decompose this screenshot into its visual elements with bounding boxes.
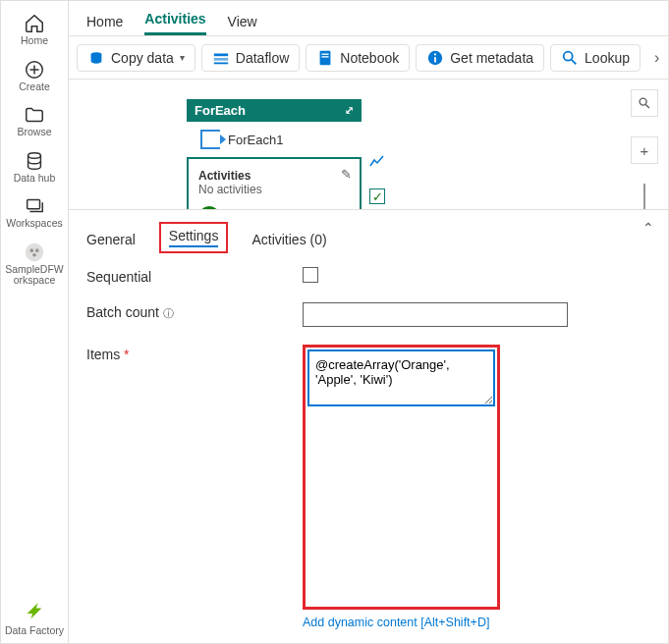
svg-rect-2 xyxy=(28,200,40,209)
svg-rect-12 xyxy=(322,53,329,54)
dataflow-icon xyxy=(212,49,230,67)
label-items: Items xyxy=(86,345,293,362)
left-rail: Home Create Browse Data hub Workspaces S… xyxy=(1,1,69,643)
notebook-icon xyxy=(316,49,334,67)
sequential-checkbox[interactable] xyxy=(303,267,318,283)
rail-workspaces[interactable]: Workspaces xyxy=(1,189,68,236)
foreach-icon xyxy=(200,130,220,149)
panel-tab-settings-label: Settings xyxy=(169,228,219,243)
expand-icon[interactable]: ⤢ xyxy=(345,104,354,117)
no-activities-label: No activities xyxy=(198,183,350,196)
tool-get-metadata[interactable]: Get metadata xyxy=(416,44,544,72)
activity-body[interactable]: ✎ Activities No activities + xyxy=(187,157,362,209)
tool-copy-data[interactable]: Copy data ▾ xyxy=(77,44,195,72)
panel-tab-activities[interactable]: Activities (0) xyxy=(251,232,326,253)
info-icon xyxy=(426,49,444,67)
rail-datahub-label: Data hub xyxy=(14,173,56,185)
status-chart-icon[interactable] xyxy=(369,153,385,169)
svg-rect-8 xyxy=(214,53,228,56)
rail-home-label: Home xyxy=(21,35,48,47)
activity-name-label: ForEach1 xyxy=(228,133,283,147)
search-icon xyxy=(561,49,579,67)
panel-tab-general[interactable]: General xyxy=(86,232,136,253)
row-items: Items Add dynamic content [Alt+Shift+D] xyxy=(86,345,650,629)
panel-tabs: General Settings Activities (0) ⌃ xyxy=(69,210,668,253)
tab-home[interactable]: Home xyxy=(86,14,123,35)
row-batch-count: Batch count ⓘ xyxy=(86,302,650,327)
toolbar-more[interactable]: › xyxy=(646,45,667,71)
properties-panel: General Settings Activities (0) ⌃ Sequen… xyxy=(69,209,668,643)
foreach-activity[interactable]: ForEach ⤢ ForEach1 ✎ Activities No activ… xyxy=(187,99,362,209)
chevron-down-icon: ▾ xyxy=(180,52,185,63)
zoom-slider[interactable] xyxy=(643,184,645,209)
activities-section-label: Activities xyxy=(198,169,350,183)
rail-sample-label: SampleDFW orkspace xyxy=(1,264,68,287)
rail-sample-workspace[interactable]: SampleDFW orkspace xyxy=(1,236,68,293)
copy-data-icon xyxy=(87,49,105,67)
info-hint-icon: ⓘ xyxy=(163,307,174,319)
canvas-controls: + − xyxy=(631,89,658,209)
plus-circle-icon xyxy=(24,59,45,80)
canvas-search-button[interactable] xyxy=(631,89,658,117)
tool-lookup-label: Lookup xyxy=(585,50,630,66)
stack-icon xyxy=(24,195,45,217)
items-highlight-box xyxy=(303,345,500,610)
rail-datahub[interactable]: Data hub xyxy=(1,144,68,190)
items-textarea[interactable] xyxy=(308,350,494,405)
zoom-in-button[interactable]: + xyxy=(631,136,658,164)
svg-point-4 xyxy=(29,248,33,252)
activity-type-label: ForEach xyxy=(195,103,246,118)
tool-lookup[interactable]: Lookup xyxy=(550,44,641,72)
rail-browse[interactable]: Browse xyxy=(1,98,68,144)
settings-form: Sequential Batch count ⓘ Items Add dynam… xyxy=(69,253,668,643)
workspace-icon xyxy=(24,242,45,263)
tool-copy-data-label: Copy data xyxy=(111,50,174,66)
svg-rect-15 xyxy=(434,57,436,62)
svg-point-16 xyxy=(434,53,436,55)
add-activity-button[interactable]: + xyxy=(198,206,220,209)
svg-rect-9 xyxy=(214,58,228,61)
tool-notebook[interactable]: Notebook xyxy=(306,44,410,72)
tool-notebook-label: Notebook xyxy=(340,50,399,66)
svg-point-3 xyxy=(26,243,43,261)
svg-rect-10 xyxy=(214,62,228,64)
home-icon xyxy=(24,13,45,34)
tab-view[interactable]: View xyxy=(228,14,257,35)
svg-point-1 xyxy=(28,152,41,158)
status-indicators: ✓ ✕ → xyxy=(369,153,385,209)
datafactory-icon xyxy=(24,603,45,624)
panel-tab-settings[interactable]: Settings xyxy=(159,222,229,253)
main-area: Home Activities View Copy data ▾ Dataflo… xyxy=(69,1,668,643)
svg-point-18 xyxy=(640,98,646,105)
pipeline-canvas[interactable]: ForEach ⤢ ForEach1 ✎ Activities No activ… xyxy=(69,80,668,209)
tool-get-metadata-label: Get metadata xyxy=(450,50,533,66)
rail-create-label: Create xyxy=(19,81,50,93)
svg-rect-13 xyxy=(322,56,329,57)
tool-dataflow[interactable]: Dataflow xyxy=(201,44,300,72)
rail-datafactory-label: Data Factory xyxy=(5,625,64,637)
rail-home[interactable]: Home xyxy=(1,7,68,53)
rail-workspaces-label: Workspaces xyxy=(6,218,63,230)
status-success-icon[interactable]: ✓ xyxy=(369,188,385,204)
activity-name-row: ForEach1 xyxy=(187,122,362,157)
add-dynamic-content-link[interactable]: Add dynamic content [Alt+Shift+D] xyxy=(303,616,500,629)
activities-toolbar: Copy data ▾ Dataflow Notebook Get metada… xyxy=(69,36,668,80)
svg-point-17 xyxy=(564,51,573,60)
top-tabs: Home Activities View xyxy=(69,1,668,36)
svg-rect-11 xyxy=(320,50,331,64)
batch-count-input[interactable] xyxy=(303,302,568,327)
label-sequential: Sequential xyxy=(86,267,293,285)
tool-dataflow-label: Dataflow xyxy=(236,50,289,66)
database-icon xyxy=(24,150,45,172)
collapse-panel-icon[interactable]: ⌃ xyxy=(642,220,654,236)
activity-header[interactable]: ForEach ⤢ xyxy=(187,99,362,122)
row-sequential: Sequential xyxy=(86,267,650,285)
rail-create[interactable]: Create xyxy=(1,53,68,99)
svg-point-5 xyxy=(35,248,39,252)
pencil-icon[interactable]: ✎ xyxy=(341,167,352,182)
rail-browse-label: Browse xyxy=(17,127,51,138)
svg-point-6 xyxy=(32,253,36,257)
rail-datafactory[interactable]: Data Factory xyxy=(1,597,68,643)
tab-activities[interactable]: Activities xyxy=(144,11,205,35)
folder-icon xyxy=(24,104,45,126)
